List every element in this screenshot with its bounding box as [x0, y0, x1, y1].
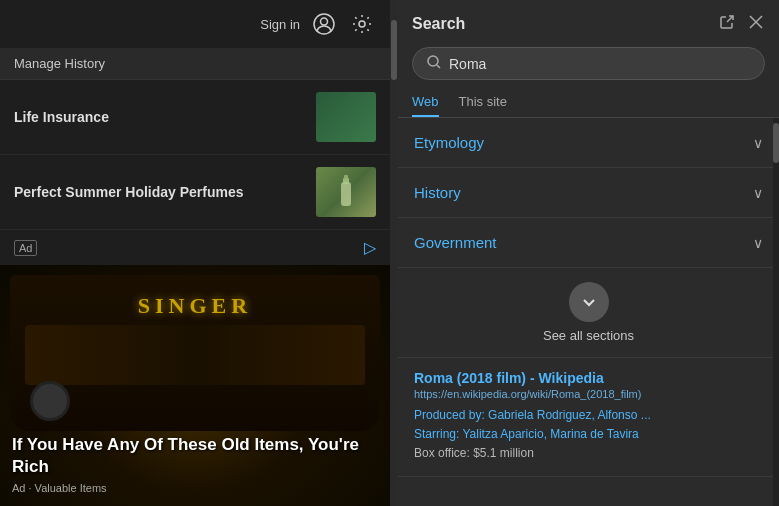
list-item-thumb-perfume [316, 167, 376, 217]
search-box[interactable]: Roma [412, 47, 765, 80]
list-item-thumb [316, 92, 376, 142]
singer-headline: If You Have Any Of These Old Items, You'… [12, 434, 378, 478]
list-item-life-insurance[interactable]: Life Insurance [0, 80, 390, 155]
chevron-down-icon-government: ∨ [753, 235, 763, 251]
wiki-boxoffice-line: Box office: $5.1 million [414, 444, 763, 463]
search-value[interactable]: Roma [449, 56, 750, 72]
left-panel: Sign in Manage History Life Insurance Pe… [0, 0, 390, 506]
svg-point-6 [428, 56, 438, 66]
svg-point-2 [359, 21, 365, 27]
accordion-etymology-label: Etymology [414, 134, 484, 151]
close-button[interactable] [747, 13, 765, 34]
list-item-perfumes[interactable]: Perfect Summer Holiday Perfumes [0, 155, 390, 230]
wiki-produced-line: Produced by: Gabriela Rodriguez, Alfonso… [414, 406, 763, 425]
tab-this-site[interactable]: This site [459, 88, 507, 117]
results-area: Etymology ∨ History ∨ Government ∨ See a… [398, 118, 779, 506]
list-item-title-perfume: Perfect Summer Holiday Perfumes [14, 184, 244, 200]
right-panel: Search Rom [398, 0, 779, 506]
right-scrollbar[interactable] [773, 118, 779, 506]
center-scrollbar[interactable] [390, 0, 398, 506]
wiki-result: Roma (2018 film) - Wikipedia https://en.… [398, 358, 779, 477]
starring-label: Starring: [414, 427, 462, 441]
accordion-government-header[interactable]: Government ∨ [398, 218, 779, 267]
accordion-government-label: Government [414, 234, 497, 251]
chevron-down-icon-history: ∨ [753, 185, 763, 201]
see-all-label: See all sections [543, 328, 634, 343]
manage-history-label: Manage History [14, 56, 105, 71]
user-icon[interactable] [310, 10, 338, 38]
singer-background: SINGER If You Have Any Of These Old Item… [0, 265, 390, 506]
wiki-title[interactable]: Roma (2018 film) - Wikipedia [414, 370, 763, 386]
wiki-url-text[interactable]: https://en.wikipedia.org/wiki/Roma_(2018… [414, 388, 641, 400]
wiki-meta: Produced by: Gabriela Rodriguez, Alfonso… [414, 406, 763, 464]
ad-badge: Ad [14, 240, 37, 256]
search-icon [427, 55, 441, 72]
singer-brand-text: SINGER [138, 293, 252, 318]
accordion-etymology-header[interactable]: Etymology ∨ [398, 118, 779, 167]
search-header: Search [398, 0, 779, 43]
accordion-etymology: Etymology ∨ [398, 118, 779, 168]
header-icons [717, 12, 765, 35]
wiki-starring-line: Starring: Yalitza Aparicio, Marina de Ta… [414, 425, 763, 444]
produced-label: Produced by: [414, 408, 488, 422]
starring-value[interactable]: Yalitza Aparicio [462, 427, 543, 441]
accordion-history: History ∨ [398, 168, 779, 218]
manage-history-bar[interactable]: Manage History [0, 48, 390, 80]
singer-sub: Ad · Valuable Items [12, 482, 378, 494]
starring-rest: , Marina de Tavira [544, 427, 639, 441]
produced-value[interactable]: Gabriela Rodriguez [488, 408, 591, 422]
scrollbar-thumb [391, 20, 397, 80]
search-box-container: Roma [398, 43, 779, 88]
settings-icon[interactable] [348, 10, 376, 38]
see-all-section: See all sections [398, 268, 779, 358]
search-panel-title: Search [412, 15, 465, 33]
svg-rect-3 [341, 182, 351, 206]
top-bar: Sign in [0, 0, 390, 48]
wiki-url: https://en.wikipedia.org/wiki/Roma_(2018… [414, 388, 763, 400]
sign-in-link[interactable]: Sign in [260, 17, 300, 32]
list-item-title: Life Insurance [14, 109, 109, 125]
accordion-history-header[interactable]: History ∨ [398, 168, 779, 217]
singer-image-area: SINGER If You Have Any Of These Old Item… [0, 265, 390, 506]
tab-web[interactable]: Web [412, 88, 439, 117]
accordion-history-label: History [414, 184, 461, 201]
accordion-government: Government ∨ [398, 218, 779, 268]
right-scroll-thumb [773, 123, 779, 163]
svg-rect-5 [344, 175, 348, 180]
tabs-row: Web This site [398, 88, 779, 118]
ad-section: Ad ▷ [0, 230, 390, 265]
open-external-button[interactable] [717, 12, 737, 35]
chevron-down-icon-etymology: ∨ [753, 135, 763, 151]
play-button[interactable]: ▷ [364, 238, 376, 257]
singer-bottom-text: If You Have Any Of These Old Items, You'… [12, 434, 378, 494]
produced-rest: , Alfonso ... [591, 408, 650, 422]
see-all-button[interactable] [569, 282, 609, 322]
svg-point-1 [321, 18, 328, 25]
